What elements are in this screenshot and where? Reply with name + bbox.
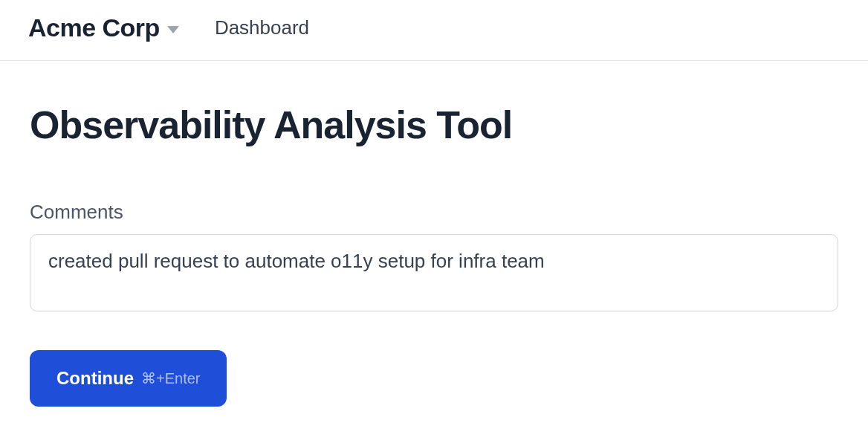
- main-content: Observability Analysis Tool Comments Con…: [0, 61, 868, 407]
- org-selector[interactable]: Acme Corp: [28, 13, 179, 42]
- org-name: Acme Corp: [28, 13, 160, 42]
- nav-link-dashboard[interactable]: Dashboard: [215, 16, 309, 39]
- continue-button-label: Continue: [56, 368, 134, 389]
- comments-label: Comments: [30, 201, 838, 224]
- comments-input[interactable]: [30, 234, 838, 311]
- app-header: Acme Corp Dashboard: [0, 0, 868, 61]
- continue-shortcut: ⌘+Enter: [141, 369, 200, 387]
- continue-button[interactable]: Continue ⌘+Enter: [30, 350, 227, 407]
- page-title: Observability Analysis Tool: [30, 103, 838, 147]
- chevron-down-icon: [167, 26, 179, 33]
